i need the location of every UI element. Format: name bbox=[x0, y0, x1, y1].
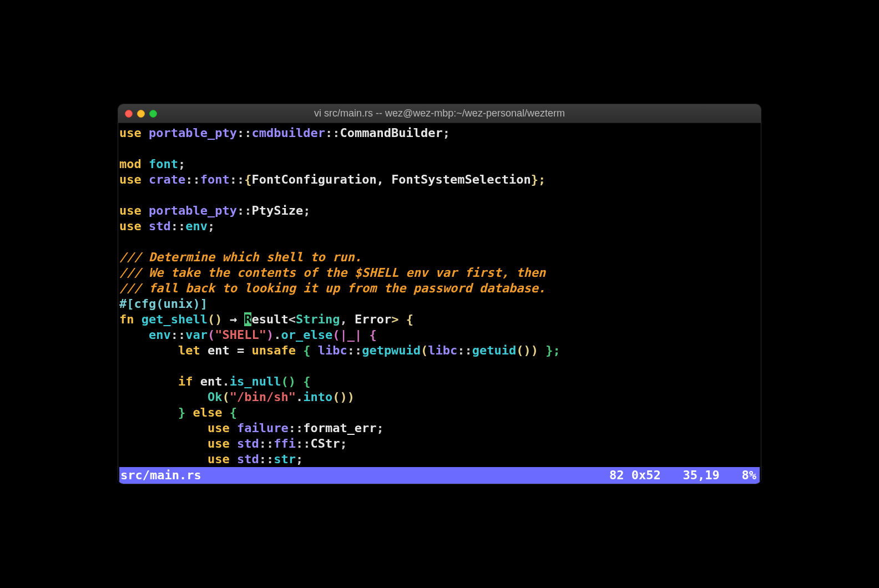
terminal-content[interactable]: use portable_pty::cmdbuilder::CommandBui… bbox=[118, 123, 761, 484]
status-filename: src/main.rs bbox=[120, 467, 201, 484]
terminal-window: vi src/main.rs -- wez@wez-mbp:~/wez-pers… bbox=[118, 104, 761, 484]
zoom-icon[interactable] bbox=[149, 110, 157, 118]
code-line: env::var("SHELL").or_else(|_| { bbox=[119, 327, 760, 343]
doc-comment: /// fall back to looking it up from the … bbox=[119, 281, 760, 296]
code-line: fn get_shell() → Result<String, Error> { bbox=[119, 312, 760, 327]
code-line: use failure::format_err; bbox=[119, 420, 760, 436]
code-line: Ok("/bin/sh".into()) bbox=[119, 389, 760, 405]
doc-comment: /// Determine which shell to run. bbox=[119, 250, 760, 265]
code-line: use portable_pty::PtySize; bbox=[119, 203, 760, 219]
cursor: R bbox=[244, 312, 251, 326]
code-line: mod font; bbox=[119, 156, 760, 172]
code-line: use std::ffi::CStr; bbox=[119, 436, 760, 452]
code-line: if ent.is_null() { bbox=[119, 374, 760, 389]
code-line: } else { bbox=[119, 405, 760, 420]
blank-line bbox=[119, 187, 760, 203]
blank-line bbox=[119, 358, 760, 374]
code-line: use portable_pty::cmdbuilder::CommandBui… bbox=[119, 125, 760, 141]
code-line: let ent = unsafe { libc::getpwuid(libc::… bbox=[119, 343, 760, 358]
close-icon[interactable] bbox=[125, 110, 133, 118]
code-line: use std::env; bbox=[119, 219, 760, 234]
doc-comment: /// We take the contents of the $SHELL e… bbox=[119, 265, 760, 281]
vi-status-bar: src/main.rs 82 0x52 35,19 8% bbox=[119, 467, 760, 484]
blank-line bbox=[119, 141, 760, 156]
minimize-icon[interactable] bbox=[137, 110, 145, 118]
window-controls bbox=[125, 110, 157, 118]
window-title: vi src/main.rs -- wez@wez-mbp:~/wez-pers… bbox=[118, 108, 761, 119]
titlebar: vi src/main.rs -- wez@wez-mbp:~/wez-pers… bbox=[118, 104, 761, 123]
attribute: #[cfg(unix)] bbox=[119, 296, 760, 312]
code-line: use crate::font::{FontConfiguration, Fon… bbox=[119, 172, 760, 187]
blank-line bbox=[119, 234, 760, 250]
code-line: use std::str; bbox=[119, 452, 760, 467]
status-position: 82 0x52 35,19 8% bbox=[609, 467, 756, 484]
